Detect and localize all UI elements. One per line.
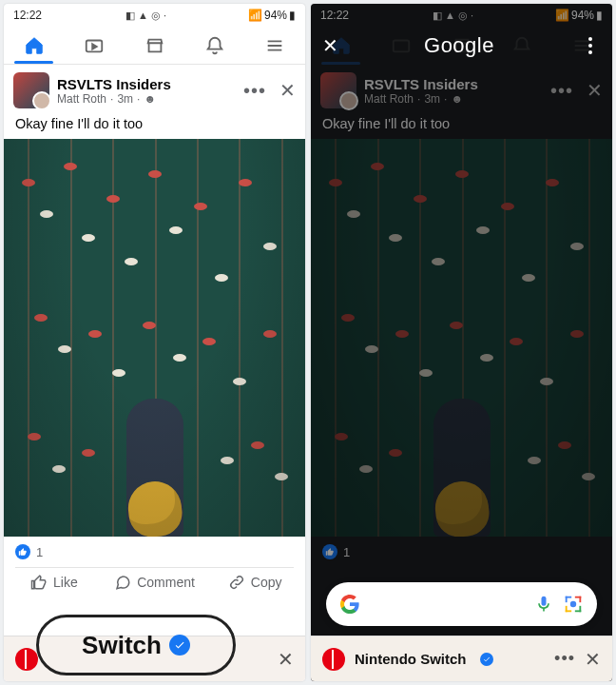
privacy-icon: ☻: [144, 92, 156, 106]
post-photo: [311, 139, 612, 537]
status-battery: 94%: [571, 9, 594, 22]
google-logo: Google: [348, 33, 570, 58]
tab-menu[interactable]: [245, 27, 305, 64]
status-signal-icon: 📶: [248, 9, 262, 22]
post-header: RSVLTS Insiders Matt Roth · 3m · ☻ ••• ✕: [311, 65, 612, 112]
more-menu-button[interactable]: [580, 35, 601, 56]
facebook-tabbar: [4, 27, 305, 65]
comment-button[interactable]: Comment: [105, 574, 205, 591]
post-age: 3m: [117, 92, 133, 106]
like-button[interactable]: Like: [4, 574, 105, 591]
svg-rect-9: [579, 606, 581, 612]
like-count: 1: [343, 545, 350, 559]
post-author[interactable]: Matt Roth: [57, 92, 106, 106]
meta-sep: ·: [110, 92, 113, 106]
google-search-pill[interactable]: [326, 582, 597, 626]
avatar: [320, 72, 356, 108]
like-icon: [322, 544, 337, 559]
screenshot-left: 12:22 ◧ ▲ ◎ · 📶 94% ▮: [4, 4, 305, 681]
status-battery-icon: ▮: [596, 9, 603, 22]
post-author: Matt Roth: [364, 92, 414, 106]
copy-label: Copy: [251, 575, 282, 590]
tab-home[interactable]: [4, 27, 64, 64]
mic-icon[interactable]: [534, 595, 553, 614]
svg-point-10: [570, 601, 576, 607]
reactions-row: 1: [311, 537, 612, 567]
highlight-pill: Switch: [36, 615, 236, 675]
bottom-close-button[interactable]: ✕: [278, 648, 294, 671]
avatar[interactable]: [13, 72, 49, 108]
bottom-title: Nintendo Switch: [355, 651, 467, 667]
post-actions: Like Comment Copy: [4, 568, 305, 600]
lens-icon[interactable]: [563, 594, 584, 615]
privacy-icon: ☻: [451, 92, 463, 106]
post-header: RSVLTS Insiders Matt Roth · 3m · ☻ ••• ✕: [4, 65, 305, 112]
google-g-icon: [339, 594, 360, 615]
nintendo-logo-icon: [15, 648, 38, 671]
reactions-row[interactable]: 1: [4, 537, 305, 567]
tab-notifications[interactable]: [184, 27, 244, 64]
svg-rect-5: [579, 597, 581, 602]
status-time: 12:22: [13, 9, 42, 22]
status-tray-icons: ◧ ▲ ◎ ·: [433, 10, 473, 22]
svg-rect-3: [566, 597, 568, 602]
status-battery-icon: ▮: [289, 9, 296, 22]
status-time: 12:22: [320, 9, 349, 22]
svg-rect-7: [566, 606, 568, 612]
status-bar: 12:22 ◧ ▲ ◎ · 📶 94% ▮: [311, 4, 612, 27]
post-age: 3m: [424, 92, 440, 106]
status-battery: 94%: [264, 9, 287, 22]
like-count: 1: [36, 545, 43, 559]
comment-label: Comment: [137, 575, 195, 590]
highlight-text: Switch: [82, 631, 162, 660]
copy-button[interactable]: Copy: [204, 574, 305, 591]
bottom-sheet[interactable]: Nintendo Switch ••• ✕: [311, 636, 612, 681]
google-lens-header: ✕ Google: [311, 27, 612, 65]
post-group-name: RSVLTS Insiders: [364, 76, 543, 92]
post-photo[interactable]: [4, 139, 305, 537]
bottom-close-button[interactable]: ✕: [585, 648, 601, 671]
screenshot-right: 12:22 ◧ ▲ ◎ · 📶 94% ▮ ✕ Google RSVLTS In…: [311, 4, 612, 681]
post-body: Okay fine I'll do it too: [4, 112, 305, 139]
tab-marketplace[interactable]: [125, 27, 184, 64]
post-group-name[interactable]: RSVLTS Insiders: [57, 76, 236, 92]
like-icon: [15, 544, 30, 559]
status-tray-icons: ◧ ▲ ◎ ·: [125, 10, 166, 22]
close-button[interactable]: ✕: [322, 34, 338, 57]
bottom-menu-button[interactable]: •••: [554, 649, 575, 669]
tab-watch[interactable]: [64, 27, 124, 64]
nintendo-logo-icon: [322, 648, 345, 671]
like-label: Like: [53, 575, 78, 590]
verified-badge-icon: [169, 635, 190, 656]
status-bar: 12:22 ◧ ▲ ◎ · 📶 94% ▮: [4, 4, 305, 27]
status-signal-icon: 📶: [555, 9, 569, 22]
post-body: Okay fine I'll do it too: [311, 112, 612, 139]
meta-sep: ·: [137, 92, 140, 106]
verified-badge-icon: [480, 653, 493, 666]
